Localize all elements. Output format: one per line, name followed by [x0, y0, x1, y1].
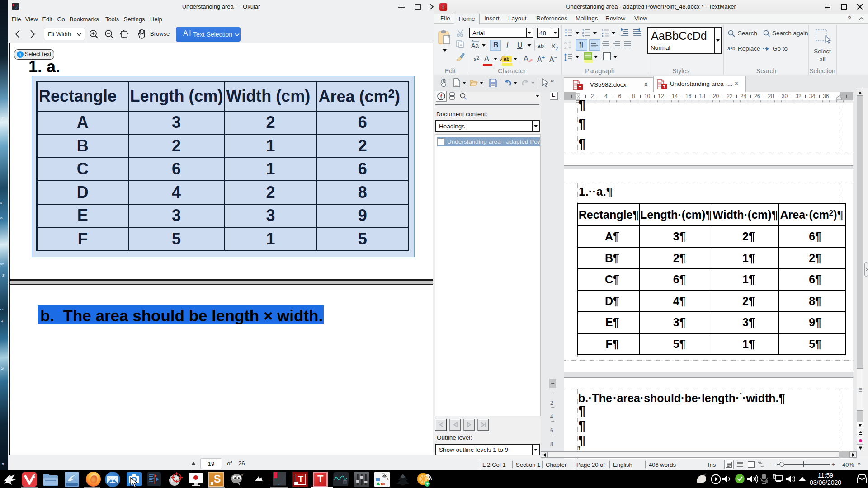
svg-text:...: ...: [455, 83, 458, 86]
svg-text:2: 2: [582, 32, 584, 34]
svg-text:1: 1: [582, 29, 584, 32]
svg-text:3: 3: [582, 35, 584, 38]
svg-text:Z: Z: [564, 46, 566, 50]
svg-text:A: A: [564, 41, 567, 45]
svg-text:b: b: [732, 46, 735, 51]
svg-text:T: T: [663, 84, 665, 89]
svg-text:1: 1: [602, 28, 604, 32]
svg-text:i: i: [19, 52, 21, 57]
svg-text:a: a: [727, 46, 731, 51]
svg-text:T: T: [579, 85, 581, 90]
